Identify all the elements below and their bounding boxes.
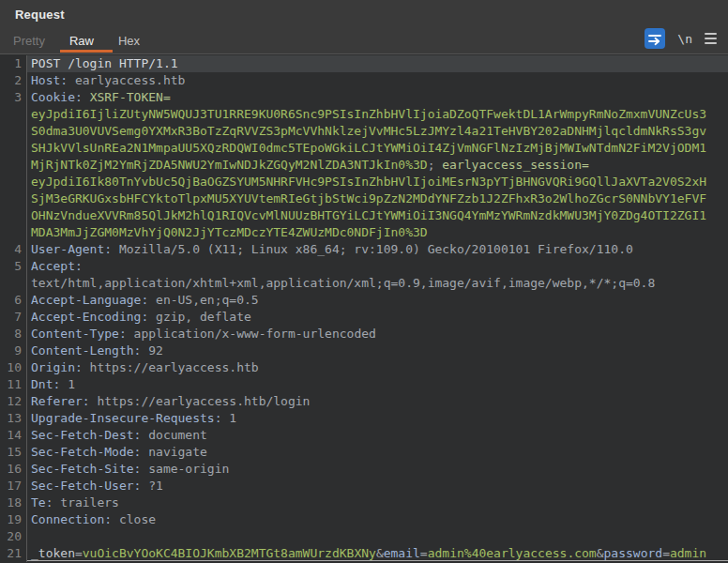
hamburger-menu-icon[interactable] xyxy=(705,31,717,46)
code-segment: 1 xyxy=(60,377,75,391)
line-number: 2 xyxy=(0,72,27,89)
code-line[interactable]: Cookie: XSRF-TOKEN= xyxy=(27,89,728,106)
editor-row: 18Te: trailers xyxy=(0,495,728,511)
editor-row: eyJpdiI6Ik80TnYvbUc5QjBaOGZSYUM5NHRFVHc9… xyxy=(0,174,728,190)
code-segment: Content-Length: xyxy=(31,343,141,358)
code-line[interactable] xyxy=(27,528,728,545)
wrap-lines-icon[interactable] xyxy=(645,28,665,49)
code-line[interactable]: Content-Type: application/x-www-form-url… xyxy=(27,326,728,342)
code-line[interactable]: Sec-Fetch-Site: same-origin xyxy=(27,461,728,478)
code-line[interactable]: OHNzVndueXVVRm85QlJkM2hlQ1RIQVcvMlNUUzBH… xyxy=(27,207,728,224)
code-line[interactable]: eyJpdiI6IjliZUtyNW5WQUJ3TU1RRE9KU0R6Snc9… xyxy=(27,106,728,123)
code-segment: & xyxy=(376,546,384,560)
code-line[interactable]: SjM3eGRKUGxsbHFCYktoTlpxMU5XYUVtemRIeGtj… xyxy=(27,190,728,207)
code-line[interactable]: S0dma3U0VUVSemg0YXMxR3BoTzZqRVVZS3pMcVVh… xyxy=(27,123,728,140)
code-segment: SHJkVVlsUnREa2N1MmpaUU5XQzRDQWI0dmc5TEpo… xyxy=(31,141,706,155)
code-segment: Sec-Fetch-Dest: xyxy=(31,428,141,442)
code-line[interactable]: Accept: xyxy=(27,258,728,275)
code-line[interactable]: Content-Length: 92 xyxy=(27,342,728,359)
editor-row: 8Content-Type: application/x-www-form-ur… xyxy=(0,326,728,342)
code-segment: ; xyxy=(428,158,443,172)
code-segment: 1 xyxy=(222,411,237,425)
editor-toolbar: \n xyxy=(645,28,717,49)
code-line[interactable]: Dnt: 1 xyxy=(27,376,728,393)
editor-row: text/html,application/xhtml+xml,applicat… xyxy=(0,275,728,292)
tab-hex[interactable]: Hex xyxy=(118,31,140,53)
code-segment xyxy=(83,90,90,104)
code-line[interactable]: Sec-Fetch-Mode: navigate xyxy=(27,444,728,461)
editor-row: 1POST /login HTTP/1.1 xyxy=(0,55,728,72)
editor[interactable]: 1POST /login HTTP/1.12Host: earlyaccess.… xyxy=(0,55,728,563)
line-number xyxy=(0,157,27,174)
editor-row: 13Upgrade-Insecure-Requests: 1 xyxy=(0,410,728,427)
code-line[interactable]: Origin: https://earlyaccess.htb xyxy=(27,359,728,376)
line-number xyxy=(0,140,27,157)
line-number: 18 xyxy=(0,495,27,511)
code-segment: Content-Type: xyxy=(31,327,127,341)
code-segment: Sec-Fetch-Site: xyxy=(31,462,141,476)
code-line[interactable]: Sec-Fetch-Dest: document xyxy=(27,427,728,444)
panel-title: Request xyxy=(15,8,65,22)
code-segment: MDA3MmJjZGM0MzVhYjQ0N2JjYTczMDczYTE4ZWUz… xyxy=(31,225,428,239)
editor-row: 5Accept: xyxy=(0,258,728,275)
panel-header: Request Pretty Raw Hex \n xyxy=(0,0,728,54)
active-tab-underline xyxy=(60,50,113,53)
code-segment: OHNzVndueXVVRm85QlJkM2hlQ1RIQVcvMlNUUzBH… xyxy=(31,208,706,222)
code-segment: User-Agent: xyxy=(31,242,112,256)
tab-pretty[interactable]: Pretty xyxy=(13,31,45,53)
code-segment: & xyxy=(597,546,604,560)
code-segment: MjRjNTk0ZjM2YmRjZDA5NWU2YmIwNDJkZGQyM2Nl… xyxy=(31,158,428,172)
line-number: 13 xyxy=(0,410,27,427)
code-line[interactable]: eyJpdiI6Ik80TnYvbUc5QjBaOGZSYUM5NHRFVHc9… xyxy=(27,174,728,190)
editor-row: 11Dnt: 1 xyxy=(0,376,728,393)
code-line[interactable]: Accept-Encoding: gzip, deflate xyxy=(27,309,728,326)
code-line[interactable]: Sec-Fetch-User: ?1 xyxy=(27,478,728,495)
line-number xyxy=(0,207,27,224)
code-segment: admin xyxy=(670,546,706,560)
code-line[interactable]: text/html,application/xhtml+xml,applicat… xyxy=(27,275,728,292)
line-number: 14 xyxy=(0,427,27,444)
code-line[interactable]: Te: trailers xyxy=(27,495,728,511)
code-segment: eyJpdiI6IjliZUtyNW5WQUJ3TU1RRE9KU0R6Snc9… xyxy=(31,107,706,121)
editor-row: 19Connection: close xyxy=(0,511,728,528)
code-line[interactable]: POST /login HTTP/1.1 xyxy=(27,55,728,72)
code-line[interactable]: Upgrade-Insecure-Requests: 1 xyxy=(27,410,728,427)
code-line[interactable]: User-Agent: Mozilla/5.0 (X11; Linux x86_… xyxy=(27,241,728,258)
line-number: 16 xyxy=(0,461,27,478)
code-segment: Dnt: xyxy=(31,377,60,391)
editor-row: S0dma3U0VUVSemg0YXMxR3BoTzZqRVVZS3pMcVVh… xyxy=(0,123,728,140)
line-number: 11 xyxy=(0,376,27,393)
line-number xyxy=(0,190,27,207)
line-number: 10 xyxy=(0,359,27,376)
code-line[interactable]: Referer: https://earlyaccess.htb/login xyxy=(27,393,728,410)
editor-row: OHNzVndueXVVRm85QlJkM2hlQ1RIQVcvMlNUUzBH… xyxy=(0,207,728,224)
code-segment: Upgrade-Insecure-Requests: xyxy=(31,411,222,425)
code-segment: Connection: xyxy=(31,512,112,526)
code-segment: earlyaccess_session= xyxy=(442,158,589,172)
show-newlines-toggle[interactable]: \n xyxy=(677,32,692,46)
line-number: 4 xyxy=(0,241,27,258)
editor-row: SjM3eGRKUGxsbHFCYktoTlpxMU5XYUVtemRIeGtj… xyxy=(0,190,728,207)
code-line[interactable]: Connection: close xyxy=(27,511,728,528)
line-number: 15 xyxy=(0,444,27,461)
line-number: 17 xyxy=(0,478,27,495)
code-segment: application/x-www-form-urlencoded xyxy=(127,327,376,341)
code-line[interactable]: SHJkVVlsUnREa2N1MmpaUU5XQzRDQWI0dmc5TEpo… xyxy=(27,140,728,157)
code-segment: trailers xyxy=(53,495,118,510)
code-segment: https://earlyaccess.htb xyxy=(83,360,259,374)
code-segment: close xyxy=(112,512,156,526)
code-segment: S0dma3U0VUVSemg0YXMxR3BoTzZqRVVZS3pMcVVh… xyxy=(31,124,706,138)
editor-row: 2Host: earlyaccess.htb xyxy=(0,72,728,89)
code-line[interactable]: MDA3MmJjZGM0MzVhYjQ0N2JjYTczMDczYTE4ZWUz… xyxy=(27,224,728,241)
code-line[interactable]: Host: earlyaccess.htb xyxy=(27,72,728,89)
code-segment: admin%40earlyaccess.com xyxy=(428,546,597,560)
code-line[interactable]: MjRjNTk0ZjM2YmRjZDA5NWU2YmIwNDJkZGQyM2Nl… xyxy=(27,157,728,174)
code-segment: earlyaccess.htb xyxy=(68,73,185,87)
line-number xyxy=(0,275,27,292)
code-segment: Referer: xyxy=(31,394,90,408)
code-line[interactable]: Accept-Language: en-US,en;q=0.5 xyxy=(27,292,728,309)
code-segment: Sec-Fetch-Mode: xyxy=(31,445,141,459)
editor-row: MDA3MmJjZGM0MzVhYjQ0N2JjYTczMDczYTE4ZWUz… xyxy=(0,224,728,241)
request-panel: Request Pretty Raw Hex \n 1POST /login H… xyxy=(0,0,728,563)
code-segment: Accept-Language: xyxy=(31,293,148,307)
